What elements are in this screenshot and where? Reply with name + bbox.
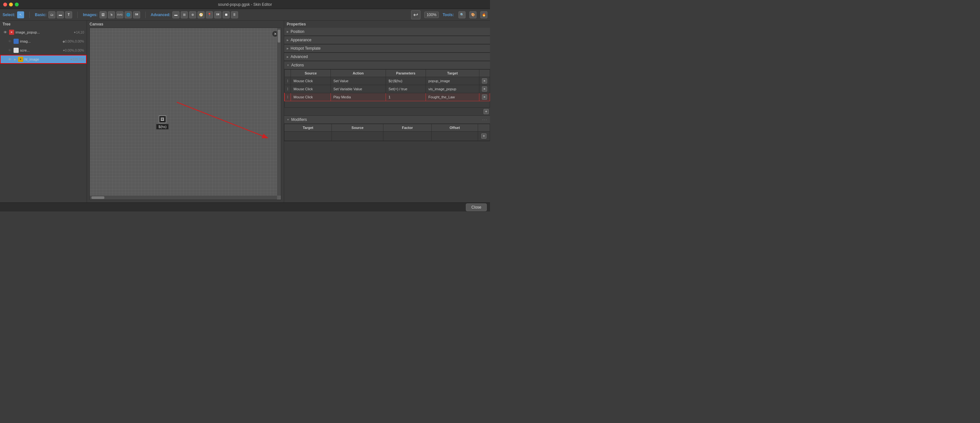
maximize-button[interactable] [15, 3, 19, 6]
horizontal-scroll-thumb[interactable] [91, 196, 104, 199]
actions-header[interactable]: ▼ Actions [284, 61, 490, 69]
adv-btn1[interactable]: ▬ [172, 11, 180, 18]
tool-search[interactable]: 🔍 [458, 11, 466, 18]
tree-item-1[interactable]: 👁 ✕ image_popup... ✦14,10 [0, 28, 87, 37]
widget-icon: 🖼 [159, 115, 166, 123]
tool-color[interactable]: 🎨 [469, 11, 476, 18]
row3-delete-btn[interactable]: ✕ [482, 94, 487, 100]
row1-delete[interactable]: ✕ [479, 77, 490, 85]
widget-label: $(hs) [156, 124, 169, 129]
item-coords-1: ✦14,10 [73, 30, 84, 34]
visibility-icon-3[interactable]: 👁 [7, 48, 12, 53]
add-modifier-button[interactable]: + [481, 134, 487, 139]
basic-btn3[interactable]: T [65, 11, 72, 18]
item-label-2: imag... [20, 39, 61, 43]
item-icon-compass: ✦ [18, 57, 23, 62]
img-btn3[interactable]: SVG [116, 11, 123, 18]
row1-delete-btn[interactable]: ✕ [482, 78, 487, 83]
row3-target: Fought_the_Law [426, 93, 479, 101]
expand-icon-4[interactable]: ▶ [14, 58, 17, 61]
img-btn5[interactable]: 🗺 [133, 11, 140, 18]
adv-btn6[interactable]: 🗺 [214, 11, 221, 18]
mod-col-factor: Factor [383, 124, 432, 131]
row1-handle [285, 77, 291, 85]
item-icon-1: ✕ [9, 30, 14, 35]
actions-section: ▼ Actions Source Action Parameters Targe… [284, 61, 490, 116]
adv-btn4[interactable]: 🧭 [197, 11, 205, 18]
item-icon-3 [14, 48, 19, 53]
item-label-3: scre... [20, 48, 61, 52]
row3-handle [285, 93, 291, 101]
handle-dot [287, 80, 288, 80]
sep1 [29, 11, 30, 18]
tree-item-4[interactable]: 👁 ▶ ✦ ht_image ✦320,334 [0, 55, 87, 64]
basic-btn2[interactable]: ▬ [57, 11, 64, 18]
adv-btn8[interactable]: 🎚 [231, 11, 238, 18]
row1-target: popup_image [426, 77, 479, 85]
canvas-area[interactable]: ✕ 🖼 $(hs) [89, 28, 281, 200]
hotspot-chevron: ▶ [287, 47, 289, 50]
row2-params: Set(=) / true [386, 85, 426, 93]
appearance-label: Appearance [291, 38, 312, 42]
row2-delete-btn[interactable]: ✕ [482, 86, 487, 91]
window-controls[interactable] [3, 3, 19, 6]
vertical-scrollbar[interactable] [277, 28, 281, 196]
advanced-header[interactable]: ▶ Advanced [284, 53, 490, 61]
images-label: Images: [83, 13, 97, 17]
row2-action: Set Variable Value [331, 85, 386, 93]
close-window-button[interactable] [3, 3, 7, 6]
adv-btn3[interactable]: ⊕ [189, 11, 196, 18]
visibility-icon-1[interactable]: 👁 [3, 30, 8, 35]
appearance-chevron: ▶ [287, 39, 289, 42]
handle-dot [287, 96, 288, 96]
zoom-selector[interactable]: 100% [424, 11, 439, 18]
modifiers-header[interactable]: ▼ Modifiers ··· [284, 116, 490, 124]
action-row-3[interactable]: Mouse Click Play Media 1 Fought_the_Law … [285, 93, 490, 101]
img-btn1[interactable]: 🖼 [100, 11, 107, 18]
item-coords-4: ✦320,334 [70, 58, 84, 61]
close-button[interactable]: Close [466, 203, 487, 211]
adv-btn2[interactable]: ⊞ [181, 11, 188, 18]
col-handle [285, 70, 291, 77]
hotspot-template-header[interactable]: ▶ Hotspot Template [284, 45, 490, 53]
canvas-panel: Canvas ✕ 🖼 $(hs) [87, 21, 284, 203]
mod-col-offset: Offset [431, 124, 478, 131]
basic-btn1[interactable]: 🗂 [48, 11, 56, 18]
appearance-header[interactable]: ▶ Appearance [284, 36, 490, 44]
add-action-button[interactable]: + [484, 109, 489, 114]
hotspot-template-section: ▶ Hotspot Template [284, 45, 490, 53]
properties-header: Properties [284, 21, 490, 28]
bottom-bar: Close [0, 203, 490, 212]
col-del [479, 70, 490, 77]
horizontal-scrollbar[interactable] [90, 196, 277, 200]
row2-delete[interactable]: ✕ [479, 85, 490, 93]
actions-label: Actions [291, 63, 304, 67]
position-header[interactable]: ▶ Position [284, 28, 490, 36]
modifiers-label: Modifiers [291, 117, 307, 122]
minimize-button[interactable] [9, 3, 13, 6]
tools-label: Tools: [443, 13, 454, 17]
action-row-1[interactable]: Mouse Click Set Value $(r)$(hu) popup_im… [285, 77, 490, 85]
advanced-chevron: ▶ [287, 56, 289, 58]
visibility-icon-4[interactable]: 👁 [7, 57, 12, 62]
tool-fire[interactable]: 🔥 [480, 11, 487, 18]
handle-dot [287, 97, 288, 97]
visibility-icon-2[interactable]: 👁 [7, 39, 12, 44]
canvas-widget[interactable]: 🖼 $(hs) [156, 115, 169, 129]
img-btn4[interactable]: 🌐 [125, 11, 132, 18]
position-section: ▶ Position [284, 28, 490, 36]
row3-delete[interactable]: ✕ [479, 93, 490, 101]
tree-item-3[interactable]: 👁 scre... ✦0.00%,0.00% [0, 46, 87, 55]
sep2 [77, 11, 78, 18]
adv-btn5[interactable]: 📍 [206, 11, 213, 18]
action-row-2[interactable]: Mouse Click Set Variable Value Set(=) / … [285, 85, 490, 93]
tree-item-2[interactable]: 👁 imag... ◆0.00%,0.00% [0, 37, 87, 46]
undo-button[interactable]: ↩ [411, 10, 420, 19]
vertical-scroll-thumb[interactable] [278, 30, 280, 43]
adv-btn7[interactable]: 🔲 [223, 11, 230, 18]
mod-add-cell[interactable]: + [478, 131, 490, 141]
select-arrow-button[interactable]: ↖ [17, 11, 24, 18]
modifiers-menu-icon[interactable]: ··· [482, 117, 487, 122]
mod-empty-offset [431, 131, 478, 141]
img-btn2[interactable]: 🖱 [108, 11, 115, 18]
